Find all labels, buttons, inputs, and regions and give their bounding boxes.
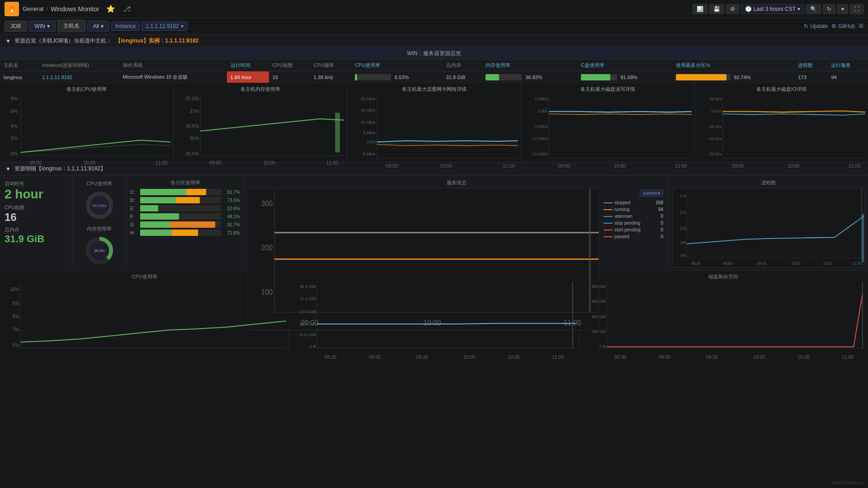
svg-text:27.9 GiB: 27.9 GiB — [300, 310, 316, 314]
max-partition-text: 92.74% — [734, 75, 750, 80]
total-mem-stat-label: 总内存 — [5, 226, 67, 233]
svg-text:46.6 GiB: 46.6 GiB — [300, 284, 316, 289]
legend-running-count: 94 — [658, 207, 663, 212]
svg-text:-5 Mb/s: -5 Mb/s — [362, 152, 376, 156]
svg-text:11:00: 11:00 — [156, 160, 168, 165]
bottom-cpu-svg: 10% 9% 8% 7% 6% — [3, 282, 286, 360]
overview-table-container: WIN：服务器资源总览 主机名 Instance(连接到明细) 操作系统 运行时… — [0, 48, 868, 83]
breadcrumb-general: General — [23, 5, 43, 12]
mem-usage-bar — [486, 74, 499, 80]
save-button[interactable]: 💾 — [709, 4, 724, 14]
net-chart-title: 各主机最大流量网卡网络详情 — [350, 86, 518, 93]
legend-stop-pending: stop pending 0 — [604, 221, 663, 225]
navbar-right: ↻ Update ⚙ GitHub ≡ — [804, 21, 863, 31]
svg-text:174: 174 — [680, 194, 686, 198]
legend-start-pending-name: start pending — [614, 227, 659, 232]
svg-text:35.5%: 35.5% — [186, 151, 200, 156]
github-button[interactable]: ⚙ GitHub — [831, 23, 855, 29]
legend-paused-name: paused — [614, 234, 659, 239]
nav-ip-select[interactable]: 1.1.1.11:9182 ▾ — [142, 22, 187, 31]
details-row: 启动时长 2 hour CPU核数 16 总内存 31.9 GiB CPU使用率… — [0, 176, 868, 271]
nav-instance-label: Instance — [115, 23, 136, 29]
service-header: 服务状态 — [248, 179, 665, 186]
github-icon: ⚙ — [831, 23, 836, 29]
nav-instance-badge[interactable]: Instance — [111, 22, 140, 31]
nav-hostname-label: 主机名 — [63, 23, 80, 29]
col-c-disk: C盘使用率 — [577, 60, 673, 71]
cpu-usage-bar — [355, 74, 357, 80]
svg-text:5 MB/s: 5 MB/s — [535, 97, 548, 101]
svg-text:09:30: 09:30 — [706, 354, 717, 360]
svg-text:0 B/s: 0 B/s — [538, 109, 547, 113]
overview-arrow[interactable]: ▼ — [5, 38, 11, 44]
time-range-picker[interactable]: 🕐 Last 3 hours CST ▾ — [741, 4, 804, 14]
nav-tab-win-label: WIN — [34, 23, 45, 29]
svg-text:0%: 0% — [11, 151, 18, 156]
navbar: JOB WIN ▾ 主机名 All ▾ Instance 1.1.1.11:91… — [0, 18, 868, 34]
svg-text:2%: 2% — [11, 136, 18, 141]
legend-paused-line — [604, 236, 613, 237]
nav-tab-job-label: JOB — [10, 23, 21, 29]
partition-label-c: C: — [130, 190, 138, 195]
partition-pct-d: 73.5% — [223, 198, 240, 203]
expand-button[interactable]: ⛶ — [850, 4, 863, 14]
legend-stop-pending-name: stop pending — [614, 221, 659, 225]
zoom-button[interactable]: 🔍 — [806, 4, 821, 14]
topbar-share[interactable]: ⎇ — [123, 5, 131, 13]
legend-unknown-name: unknown — [614, 214, 659, 219]
svg-text:18.6 GiB: 18.6 GiB — [300, 322, 316, 326]
chart-type-button[interactable]: 📊 — [693, 4, 708, 14]
c-disk-bar — [581, 74, 610, 80]
cell-instance[interactable]: 1.1.1.11:9182 — [38, 71, 119, 83]
net-chart-svg: 20 Mb/s 15 Mb/s 10 Mb/s 5 Mb/s 0 b/s -5 … — [350, 94, 518, 174]
partition-label-h: H: — [130, 230, 138, 235]
partition-pct-c: 81.7% — [223, 190, 240, 195]
nav-tab-win[interactable]: WIN ▾ — [28, 21, 55, 32]
svg-text:11:00: 11:00 — [849, 163, 861, 169]
partition-title: 各分区使用率 — [130, 179, 240, 186]
svg-text:5 Mb/s: 5 Mb/s — [363, 131, 376, 135]
cell-total-mem: 31.9 GiB — [443, 71, 482, 83]
settings-button[interactable]: ⚙ — [726, 4, 739, 14]
legend-start-pending-count: 0 — [660, 227, 663, 232]
svg-text:600 GB: 600 GB — [591, 299, 605, 304]
svg-text:9.31 GiB: 9.31 GiB — [300, 332, 316, 337]
svg-text:10:00: 10:00 — [753, 354, 765, 360]
disk-rw-chart-panel: 各主机最大磁盘读写详情 5 MB/s 0 B/s -5 MB/s -10 MB/… — [521, 83, 695, 162]
topbar-star[interactable]: ⭐ — [106, 5, 115, 13]
overview-label: 资源总览（关联JOB项）当前选中主机： — [14, 37, 112, 45]
cpu-usage-text: 6.53% — [395, 75, 409, 80]
svg-rect-88 — [862, 214, 864, 262]
cpu-gauge-label: CPU使用率 — [86, 180, 112, 187]
nav-tab-all[interactable]: All ▾ — [87, 21, 109, 32]
partition-row-d: D: 73.5% — [130, 197, 240, 203]
partition-bar-bg-d — [140, 197, 221, 203]
svg-text:08:30: 08:30 — [325, 354, 336, 360]
svg-text:10:00: 10:00 — [440, 163, 452, 169]
nav-tab-hostname[interactable]: 主机名 — [57, 20, 85, 32]
legend-running-line — [604, 209, 613, 210]
svg-text:10 Mb/s: 10 Mb/s — [361, 120, 376, 125]
svg-text:-5 MB/s: -5 MB/s — [533, 124, 548, 129]
partition-row-h: H: 71.6% — [130, 230, 240, 236]
breadcrumb-page: Windows Monitor — [51, 5, 99, 13]
refresh-dropdown[interactable]: ▾ — [837, 4, 848, 14]
cpu-chart-svg: 8% 6% 4% 2% 0% 09:00 10:00 11:00 ⟨ — [3, 94, 170, 168]
nav-tab-job[interactable]: JOB — [5, 21, 27, 32]
service-legend-header: current ▾ — [604, 190, 663, 197]
partition-bar-h — [140, 230, 198, 236]
update-button[interactable]: ↻ Update — [804, 23, 828, 29]
svg-text:08:30: 08:30 — [691, 262, 701, 266]
current-label: current — [643, 191, 657, 196]
cell-os: Microsoft Windows 10 企业版 — [119, 71, 227, 83]
disk-io-chart-area: 25 io/s 0 io/s -25 io/s -50 io/s -75 io/… — [698, 94, 865, 174]
svg-text:6%: 6% — [11, 108, 18, 113]
disk-io-chart-svg: 25 io/s 0 io/s -25 io/s -50 io/s -75 io/… — [698, 94, 865, 174]
svg-text:9%: 9% — [12, 300, 19, 305]
current-badge[interactable]: current ▾ — [640, 190, 663, 197]
nav-all-label: All — [93, 23, 99, 29]
col-services: 运行服务 — [827, 60, 868, 71]
legend-unknown-count: 0 — [660, 214, 663, 219]
refresh-button[interactable]: ↻ — [823, 4, 835, 14]
menu-icon[interactable]: ≡ — [859, 21, 863, 31]
